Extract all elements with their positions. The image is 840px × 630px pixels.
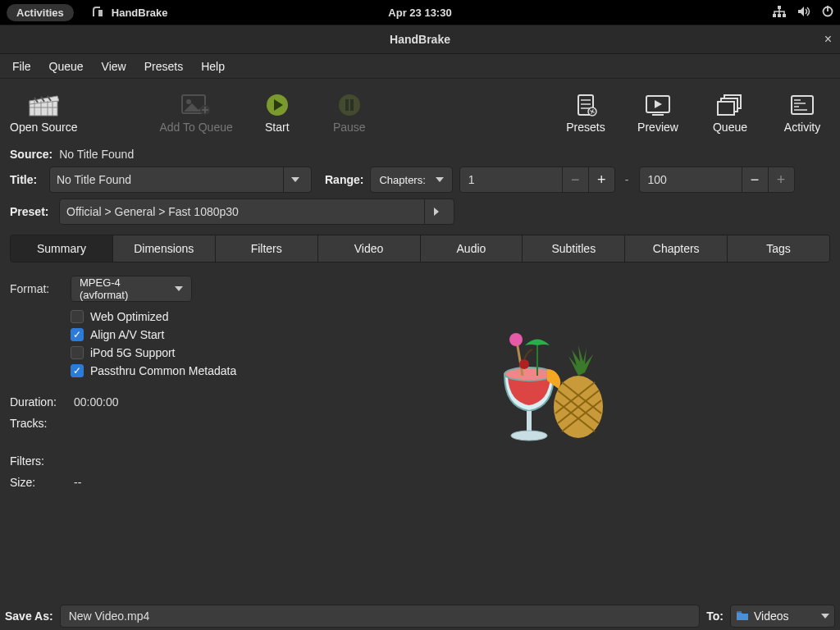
minus-icon[interactable]: −: [742, 167, 768, 192]
clock[interactable]: Apr 23 13:30: [388, 7, 451, 19]
menu-file[interactable]: File: [3, 56, 40, 77]
queue-icon: [716, 92, 744, 118]
ipod-label: iPod 5G Support: [90, 346, 176, 359]
ipod-check[interactable]: iPod 5G Support: [71, 346, 236, 359]
menu-queue[interactable]: Queue: [40, 56, 93, 77]
preset-combo-value: Official > General > Fast 1080p30: [66, 205, 419, 218]
image-add-icon: [180, 92, 212, 118]
play-icon: [265, 92, 290, 118]
gnome-top-bar: Activities HandBrake Apr 23 13:30: [0, 0, 840, 25]
menu-bar: File Queue View Presets Help: [0, 54, 840, 79]
close-icon[interactable]: ×: [824, 32, 832, 47]
destination-value: Videos: [754, 609, 789, 623]
chevron-down-icon: [436, 177, 444, 182]
tab-filters[interactable]: Filters: [216, 235, 318, 262]
range-mode-value: Chapters:: [379, 174, 425, 186]
activity-button[interactable]: Activity: [774, 92, 830, 134]
window-title: HandBrake: [390, 33, 450, 46]
preset-combo[interactable]: Official > General > Fast 1080p30: [59, 199, 454, 225]
svg-rect-12: [345, 99, 349, 111]
top-app-indicator[interactable]: HandBrake: [90, 5, 168, 21]
source-value: No Title Found: [59, 148, 134, 161]
presets-button[interactable]: Presets: [558, 92, 614, 134]
range-to-spin[interactable]: 100 − +: [639, 167, 795, 193]
activities-button[interactable]: Activities: [7, 4, 74, 21]
title-label: Title:: [10, 173, 43, 186]
preset-expand-icon[interactable]: [424, 199, 447, 224]
range-from-spin[interactable]: 1 − +: [459, 167, 615, 193]
tab-tags[interactable]: Tags: [728, 235, 829, 262]
preview-button[interactable]: Preview: [630, 92, 686, 134]
svg-rect-24: [527, 411, 532, 432]
handbrake-logo-icon: [480, 317, 619, 448]
tab-subtitles[interactable]: Subtitles: [523, 235, 625, 262]
save-bar: Save As: New Video.mp4 To: Videos: [0, 602, 840, 630]
pause-button[interactable]: Pause: [322, 92, 377, 134]
range-from-value: 1: [468, 173, 562, 186]
range-to-value: 100: [648, 173, 742, 186]
menu-view[interactable]: View: [93, 56, 135, 77]
window-titlebar: HandBrake ×: [0, 25, 840, 54]
svg-rect-3: [783, 14, 786, 17]
tab-chapters[interactable]: Chapters: [625, 235, 728, 262]
passthru-meta-label: Passthru Common Metadata: [90, 364, 236, 377]
title-combo-value: No Title Found: [57, 173, 273, 186]
tab-dimensions[interactable]: Dimensions: [113, 235, 216, 262]
tab-video[interactable]: Video: [318, 235, 421, 262]
queue-label: Queue: [713, 121, 747, 134]
web-optimized-check[interactable]: Web Optimized: [71, 310, 236, 323]
preview-area: [269, 276, 830, 489]
presets-label: Presets: [566, 121, 605, 134]
tab-summary[interactable]: Summary: [11, 235, 113, 262]
checkbox-icon: [71, 346, 84, 359]
saveas-value: New Video.mp4: [69, 609, 150, 623]
queue-button[interactable]: Queue: [702, 92, 758, 134]
title-combo[interactable]: No Title Found: [49, 167, 312, 193]
plus-icon[interactable]: +: [588, 167, 614, 192]
open-source-button[interactable]: Open Source: [10, 92, 78, 134]
range-label: Range:: [325, 173, 363, 186]
source-label: Source:: [10, 148, 52, 161]
format-value: MPEG-4 (avformat): [80, 276, 170, 301]
align-av-check[interactable]: Align A/V Start: [71, 328, 236, 341]
svg-rect-20: [718, 102, 734, 115]
svg-point-26: [509, 333, 523, 346]
checkbox-icon: [71, 310, 84, 323]
open-source-label: Open Source: [10, 121, 78, 134]
saveas-input[interactable]: New Video.mp4: [60, 605, 701, 628]
destination-combo[interactable]: Videos: [730, 605, 835, 628]
svg-rect-21: [792, 96, 813, 114]
format-combo[interactable]: MPEG-4 (avformat): [71, 276, 192, 302]
range-dash: -: [622, 173, 632, 186]
folder-icon: [736, 609, 749, 623]
menu-help[interactable]: Help: [192, 56, 234, 77]
svg-rect-13: [350, 99, 354, 111]
passthru-meta-check[interactable]: Passthru Common Metadata: [71, 364, 236, 377]
size-label: Size:: [10, 476, 61, 489]
plus-icon[interactable]: +: [768, 167, 794, 192]
align-av-label: Align A/V Start: [90, 328, 164, 341]
range-mode-combo[interactable]: Chapters:: [370, 167, 452, 193]
volume-icon[interactable]: [797, 6, 810, 20]
svg-point-27: [519, 359, 529, 369]
summary-panel: Format: MPEG-4 (avformat) Web Optimized …: [0, 262, 840, 502]
preset-label: Preset:: [10, 205, 52, 218]
svg-rect-17: [652, 114, 664, 116]
tab-audio[interactable]: Audio: [421, 235, 523, 262]
start-button[interactable]: Start: [249, 92, 305, 134]
checkbox-icon: [71, 364, 84, 377]
duration-label: Duration:: [10, 395, 61, 409]
tabs: Summary Dimensions Filters Video Audio S…: [10, 235, 830, 262]
network-icon[interactable]: [773, 6, 786, 20]
toolbar: Open Source Add To Queue Start Pause Pre…: [0, 79, 840, 141]
menu-presets[interactable]: Presets: [135, 56, 192, 77]
add-queue-button[interactable]: Add To Queue: [160, 92, 233, 134]
saveas-label: Save As:: [5, 609, 53, 623]
top-app-name: HandBrake: [112, 7, 168, 19]
power-icon[interactable]: [822, 6, 833, 20]
filters-label: Filters:: [10, 454, 61, 468]
chevron-down-icon: [821, 614, 829, 619]
activity-icon: [789, 92, 815, 118]
minus-icon[interactable]: −: [562, 167, 588, 192]
svg-point-11: [339, 94, 360, 116]
